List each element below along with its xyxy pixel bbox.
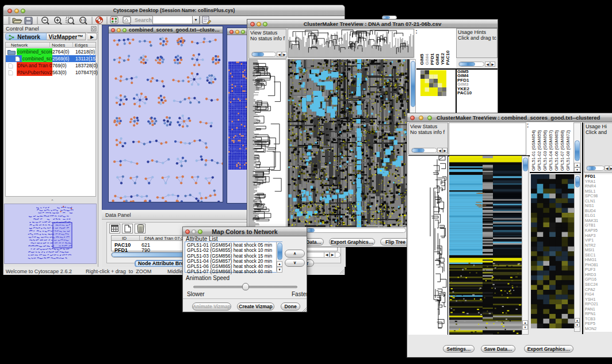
svg-text:GPL51-08 (GSM872): GPL51-08 (GSM872) bbox=[565, 130, 571, 171]
svg-text:YKE2: YKE2 bbox=[440, 53, 445, 65]
svg-text:PAC10: PAC10 bbox=[445, 50, 450, 65]
svg-text:GIM5: GIM5 bbox=[419, 53, 424, 65]
svg-text:GPL51-07 (GSM868): GPL51-07 (GSM868) bbox=[560, 130, 565, 171]
svg-text:1:1: 1:1 bbox=[81, 18, 85, 22]
svg-text:GPL51-03 (GSM856): GPL51-03 (GSM856) bbox=[542, 130, 548, 171]
svg-text:GPL51-01 (GSM854): GPL51-01 (GSM854) bbox=[531, 130, 536, 171]
svg-text:GPL51-02 (GSM855): GPL51-02 (GSM855) bbox=[537, 130, 542, 171]
svg-text:PFD1: PFD1 bbox=[430, 53, 435, 65]
svg-text:GIM3: GIM3 bbox=[435, 53, 440, 65]
svg-text:GPL51-06 (GSM865): GPL51-06 (GSM865) bbox=[554, 130, 559, 171]
svg-text:GIM4: GIM4 bbox=[424, 53, 430, 65]
svg-text:GPL51-04 (GSM857): GPL51-04 (GSM857) bbox=[548, 130, 553, 171]
